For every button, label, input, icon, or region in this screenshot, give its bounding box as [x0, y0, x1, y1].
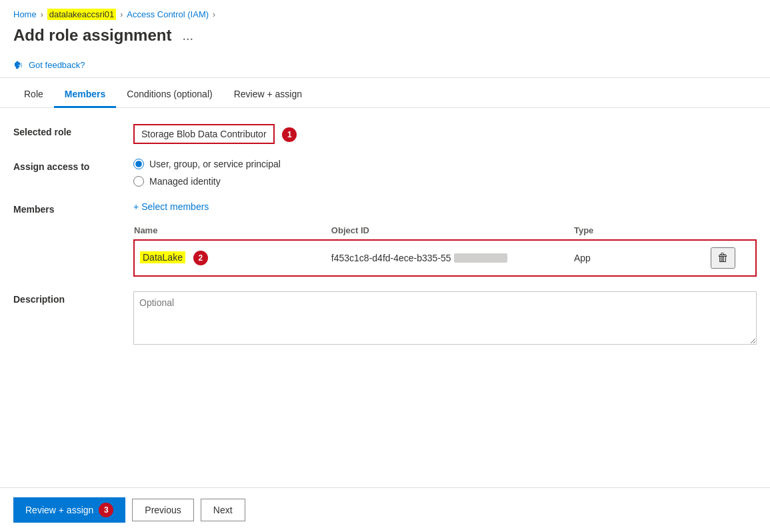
members-row: Members + Select members Name Object ID …: [13, 201, 757, 277]
radio-managed-identity-input[interactable]: [133, 176, 144, 187]
breadcrumb-section[interactable]: Access Control (IAM): [127, 9, 209, 19]
tab-role[interactable]: Role: [13, 81, 54, 108]
members-label: Members: [13, 201, 120, 215]
members-table-body: DataLake 2 f453c1c8-d4fd-4ece-b335-55 Ap…: [134, 240, 756, 276]
delete-member-button[interactable]: 🗑: [711, 247, 735, 269]
ellipsis-button[interactable]: ...: [178, 27, 197, 45]
page-title: Add role assignment: [13, 26, 171, 45]
feedback-icon: 🗣: [13, 59, 23, 71]
member-action-cell: 🗑: [711, 240, 756, 276]
members-table: Name Object ID Type DataLake 2: [133, 221, 757, 277]
breadcrumb-sep1: ›: [41, 10, 43, 19]
col-action-header: [711, 221, 756, 240]
select-members-text: Select members: [141, 201, 209, 212]
role-box: Storage Blob Data Contributor: [133, 124, 275, 144]
radio-user-group-input[interactable]: [133, 159, 144, 169]
radio-user-group-label: User, group, or service principal: [149, 159, 281, 169]
breadcrumb: Home › datalakeaccsri01 › Access Control…: [0, 0, 770, 23]
object-id: f453c1c8-d4fd-4ece-b335-55: [331, 253, 507, 263]
radio-managed-identity-label: Managed identity: [149, 176, 221, 187]
col-type-header: Type: [574, 221, 711, 240]
selected-role-value: Storage Blob Data Contributor 1: [133, 124, 757, 144]
tabs-bar: Role Members Conditions (optional) Revie…: [0, 81, 770, 108]
radio-user-group[interactable]: User, group, or service principal: [133, 159, 757, 169]
select-members-link[interactable]: + Select members: [133, 201, 209, 212]
tab-review[interactable]: Review + assign: [223, 81, 313, 108]
breadcrumb-sep2: ›: [120, 10, 123, 19]
member-name: DataLake: [140, 251, 185, 263]
description-value: [133, 291, 757, 347]
radio-managed-identity[interactable]: Managed identity: [133, 176, 757, 187]
members-table-head: Name Object ID Type: [134, 221, 756, 240]
col-objectid-header: Object ID: [331, 221, 574, 240]
main-content: Selected role Storage Blob Data Contribu…: [0, 108, 770, 377]
selected-role-label: Selected role: [13, 124, 120, 137]
description-row: Description: [13, 291, 757, 347]
selected-role-row: Selected role Storage Blob Data Contribu…: [13, 124, 757, 144]
breadcrumb-home[interactable]: Home: [13, 9, 37, 19]
step1-badge: 1: [282, 127, 297, 142]
object-id-blurred-part: [454, 253, 507, 263]
member-objectid-cell: f453c1c8-d4fd-4ece-b335-55: [331, 240, 574, 276]
assign-access-row: Assign access to User, group, or service…: [13, 159, 757, 187]
step2-badge: 2: [193, 251, 208, 265]
description-label: Description: [13, 291, 120, 305]
member-name-cell: DataLake 2: [134, 240, 331, 276]
member-type-cell: App: [574, 240, 711, 276]
assign-access-label: Assign access to: [13, 159, 120, 172]
assign-access-options: User, group, or service principal Manage…: [133, 159, 757, 187]
page-title-row: Add role assignment ...: [0, 23, 770, 54]
table-row: DataLake 2 f453c1c8-d4fd-4ece-b335-55 Ap…: [134, 240, 756, 276]
feedback-row[interactable]: 🗣 Got feedback?: [0, 54, 770, 77]
description-input[interactable]: [133, 291, 757, 345]
feedback-text: Got feedback?: [29, 60, 85, 70]
divider-top: [0, 77, 770, 78]
tab-members[interactable]: Members: [54, 81, 116, 108]
breadcrumb-resource[interactable]: datalakeaccsri01: [47, 9, 117, 19]
tab-conditions[interactable]: Conditions (optional): [116, 81, 223, 108]
members-value: + Select members Name Object ID Type Dat…: [133, 201, 757, 277]
select-members-plus: +: [133, 201, 139, 212]
breadcrumb-sep3: ›: [213, 10, 215, 19]
object-id-prefix: f453c1c8-d4fd-4ece-b335-55: [331, 253, 451, 263]
col-name-header: Name: [134, 221, 331, 240]
